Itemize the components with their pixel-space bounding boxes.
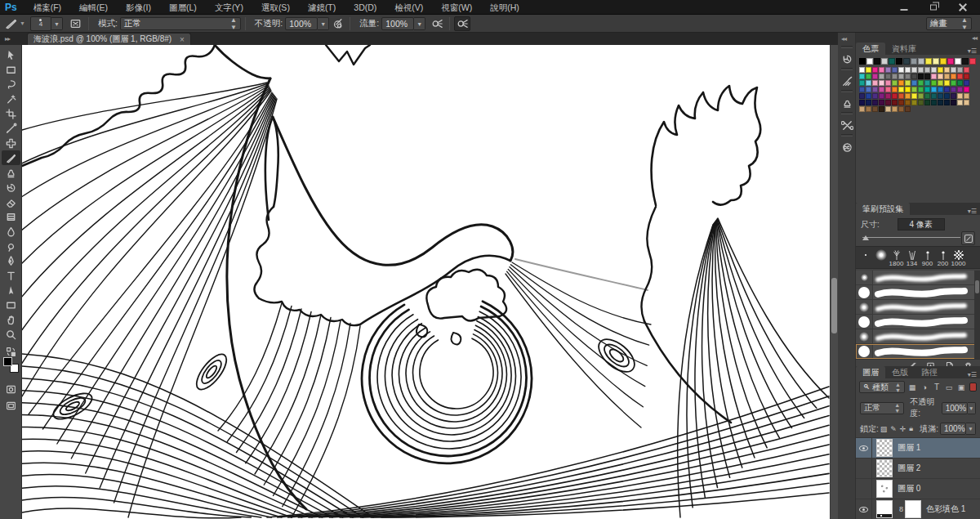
swatch[interactable] bbox=[859, 67, 865, 73]
mode-select[interactable]: 正常 ▲▼ bbox=[120, 17, 241, 30]
swatch[interactable] bbox=[924, 74, 930, 79]
tool-hand[interactable] bbox=[2, 312, 20, 327]
tab-layers[interactable]: 圖層 bbox=[856, 366, 885, 378]
tool-marquee[interactable] bbox=[2, 62, 20, 77]
layer-thumbnail[interactable] bbox=[876, 500, 893, 518]
layer-mask-thumbnail[interactable] bbox=[905, 500, 921, 518]
swatch[interactable] bbox=[898, 106, 904, 112]
swatch[interactable] bbox=[879, 93, 884, 99]
clone-source-panel-icon[interactable] bbox=[838, 94, 856, 112]
swatch[interactable] bbox=[866, 67, 871, 73]
swatch[interactable] bbox=[964, 87, 969, 92]
swatch[interactable] bbox=[872, 67, 878, 73]
filter-toggle-switch[interactable] bbox=[969, 383, 977, 391]
swatch[interactable] bbox=[885, 106, 891, 112]
tool-healing-brush[interactable] bbox=[2, 136, 20, 150]
menu-2[interactable]: 影像(I) bbox=[117, 0, 160, 15]
brush-tip-dot[interactable] bbox=[858, 248, 873, 261]
swatch[interactable] bbox=[892, 80, 898, 86]
swatch[interactable] bbox=[859, 58, 866, 65]
flow-drop[interactable]: ▼ bbox=[414, 17, 425, 30]
swatch[interactable] bbox=[951, 100, 956, 105]
size-slider[interactable] bbox=[862, 233, 972, 243]
swatch[interactable] bbox=[879, 87, 884, 92]
swatch[interactable] bbox=[911, 93, 917, 99]
visibility-empty[interactable] bbox=[856, 479, 872, 499]
swatch[interactable] bbox=[892, 93, 898, 99]
swatch[interactable] bbox=[892, 106, 898, 112]
menu-7[interactable]: 3D(D) bbox=[345, 0, 385, 15]
creative-cloud-icon[interactable] bbox=[838, 138, 856, 156]
swatch[interactable] bbox=[944, 80, 950, 86]
swatch[interactable] bbox=[918, 67, 924, 73]
swatch[interactable] bbox=[940, 58, 947, 65]
swatch[interactable] bbox=[918, 100, 924, 105]
opacity-drop[interactable]: ▼ bbox=[318, 17, 329, 30]
swatch[interactable] bbox=[872, 100, 878, 105]
layer-thumbnail[interactable] bbox=[876, 439, 893, 457]
layer-filter-kind[interactable]: 🔍︎ 種類 ▲▼ bbox=[859, 381, 905, 393]
toolbar-collapse-icon[interactable]: ▸▸ bbox=[5, 35, 10, 43]
brush-preset-row[interactable] bbox=[856, 344, 980, 359]
swatch[interactable] bbox=[918, 80, 924, 86]
brush-size-preview[interactable]: 4 bbox=[30, 16, 51, 31]
swatch[interactable] bbox=[931, 87, 937, 92]
layer-thumbnail[interactable] bbox=[876, 480, 893, 498]
swatch[interactable] bbox=[905, 93, 911, 99]
swatch[interactable] bbox=[866, 58, 873, 65]
swatch[interactable] bbox=[879, 67, 884, 73]
pixel-filter-icon[interactable]: ▦ bbox=[907, 383, 917, 391]
opacity-pressure-button[interactable] bbox=[329, 16, 345, 31]
tool-path-select[interactable] bbox=[2, 283, 20, 298]
menu-9[interactable]: 視窗(W) bbox=[432, 0, 481, 15]
swatch[interactable] bbox=[947, 58, 954, 65]
swatch[interactable] bbox=[892, 74, 898, 79]
tab-brush-presets[interactable]: 筆刷預設集 bbox=[856, 203, 910, 215]
swatch[interactable] bbox=[951, 67, 956, 73]
swatch[interactable] bbox=[944, 87, 950, 92]
flow-input[interactable]: 100% bbox=[381, 17, 414, 30]
swatch[interactable] bbox=[859, 87, 865, 92]
airbrush-toggle-button[interactable] bbox=[454, 16, 470, 31]
layer-row-2[interactable]: 圖層 0 bbox=[856, 479, 980, 499]
scrollbar-thumb[interactable] bbox=[831, 278, 837, 333]
brush-preset-row[interactable] bbox=[856, 300, 980, 315]
swatch[interactable] bbox=[911, 58, 917, 65]
menu-5[interactable]: 選取(S) bbox=[252, 0, 299, 15]
tab-swatches[interactable]: 色票 bbox=[856, 43, 885, 55]
swatch[interactable] bbox=[957, 74, 963, 79]
swatch[interactable] bbox=[872, 93, 878, 99]
swatch[interactable] bbox=[898, 67, 904, 73]
layer-thumbnail[interactable] bbox=[876, 459, 893, 477]
lock-all-icon[interactable]: 🔒︎ bbox=[909, 424, 913, 433]
swatch[interactable] bbox=[938, 87, 943, 92]
swatch[interactable] bbox=[866, 106, 871, 112]
airbrush-style-button[interactable] bbox=[429, 16, 445, 31]
brush-picker-arrow[interactable]: ▼ bbox=[51, 17, 63, 30]
menu-3[interactable]: 圖層(L) bbox=[160, 0, 206, 15]
menu-8[interactable]: 檢視(V) bbox=[385, 0, 432, 15]
swatch[interactable] bbox=[866, 74, 871, 79]
dock-collapse-icon[interactable]: ◂◂ bbox=[841, 35, 846, 43]
swatch[interactable] bbox=[951, 74, 956, 79]
brush-tip-1800[interactable]: 1800 bbox=[889, 248, 904, 267]
opacity-input[interactable]: 100% bbox=[285, 17, 318, 30]
swatch[interactable] bbox=[872, 80, 878, 86]
swatch[interactable] bbox=[918, 58, 924, 65]
swatch[interactable] bbox=[957, 80, 963, 86]
slider-thumb[interactable] bbox=[862, 235, 869, 240]
brush-preset-row[interactable] bbox=[856, 315, 980, 329]
swatch[interactable] bbox=[866, 93, 871, 99]
swatch[interactable] bbox=[885, 74, 891, 79]
document-tab[interactable]: 海波浪.psd @ 100% (圖層 1, RGB/8#) × bbox=[27, 33, 191, 45]
swatch[interactable] bbox=[938, 93, 943, 99]
swatch[interactable] bbox=[898, 74, 904, 79]
swatch[interactable] bbox=[866, 100, 871, 105]
opacity-drop[interactable]: ▼ bbox=[968, 402, 976, 414]
swatch[interactable] bbox=[918, 87, 924, 92]
brush-tip-1000[interactable]: 1000 bbox=[951, 248, 966, 267]
swatch[interactable] bbox=[951, 80, 956, 86]
swatch[interactable] bbox=[872, 106, 878, 112]
lock-paint-icon[interactable]: ✎ bbox=[890, 425, 897, 433]
swatch[interactable] bbox=[859, 100, 865, 105]
